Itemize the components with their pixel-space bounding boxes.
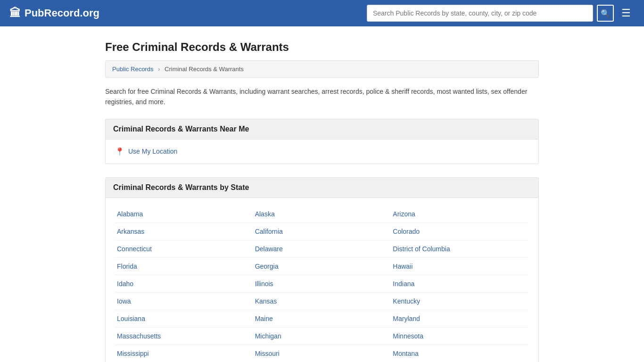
logo[interactable]: 🏛 PubRecord.org (9, 7, 99, 20)
state-link[interactable]: Georgia (253, 258, 391, 275)
near-me-section: Criminal Records & Warrants Near Me 📍 Us… (105, 119, 539, 164)
state-link[interactable]: Maryland (391, 310, 529, 328)
state-link[interactable]: California (253, 223, 391, 240)
state-link[interactable]: Iowa (115, 293, 253, 310)
state-link[interactable]: Maine (253, 310, 391, 328)
state-link[interactable]: Colorado (391, 223, 529, 240)
location-icon: 📍 (115, 147, 124, 156)
state-link[interactable]: Massachusetts (115, 328, 253, 345)
state-link[interactable]: Florida (115, 258, 253, 275)
state-link[interactable]: Indiana (391, 275, 529, 293)
search-icon: 🔍 (601, 9, 610, 18)
state-link[interactable]: Mississippi (115, 345, 253, 362)
near-me-body: 📍 Use My Location (105, 140, 539, 164)
search-input[interactable] (367, 5, 593, 22)
breadcrumb-parent[interactable]: Public Records (112, 66, 153, 73)
page-description: Search for free Criminal Records & Warra… (105, 86, 539, 107)
logo-text: PubRecord.org (25, 7, 99, 19)
search-area: 🔍 ☰ (367, 5, 635, 22)
state-link[interactable]: Kentucky (391, 293, 529, 310)
states-grid: AlabamaAlaskaArizonaArkansasCaliforniaCo… (115, 206, 529, 362)
search-button[interactable]: 🔍 (597, 5, 614, 22)
use-location-label: Use My Location (128, 148, 177, 155)
main-content: Free Criminal Records & Warrants Public … (96, 41, 548, 362)
state-link[interactable]: Illinois (253, 275, 391, 293)
state-link[interactable]: Missouri (253, 345, 391, 362)
breadcrumb-separator: › (158, 66, 160, 73)
state-link[interactable]: Arkansas (115, 223, 253, 240)
state-link[interactable]: District of Columbia (391, 240, 529, 258)
header: 🏛 PubRecord.org 🔍 ☰ (0, 0, 644, 26)
breadcrumb: Public Records › Criminal Records & Warr… (105, 60, 539, 78)
state-link[interactable]: Delaware (253, 240, 391, 258)
state-link[interactable]: Minnesota (391, 328, 529, 345)
menu-button[interactable]: ☰ (618, 6, 635, 20)
state-link[interactable]: Hawaii (391, 258, 529, 275)
page-title: Free Criminal Records & Warrants (105, 41, 539, 54)
state-link[interactable]: Arizona (391, 206, 529, 223)
state-link[interactable]: Louisiana (115, 310, 253, 328)
breadcrumb-current: Criminal Records & Warrants (165, 66, 244, 73)
logo-icon: 🏛 (9, 7, 21, 20)
near-me-header: Criminal Records & Warrants Near Me (105, 119, 539, 140)
state-link[interactable]: Alabama (115, 206, 253, 223)
hamburger-icon: ☰ (621, 7, 631, 19)
use-location-button[interactable]: 📍 Use My Location (115, 147, 177, 156)
state-link[interactable]: Kansas (253, 293, 391, 310)
by-state-header: Criminal Records & Warrants by State (105, 177, 539, 198)
state-link[interactable]: Montana (391, 345, 529, 362)
state-link[interactable]: Alaska (253, 206, 391, 223)
state-link[interactable]: Idaho (115, 275, 253, 293)
by-state-section: Criminal Records & Warrants by State Ala… (105, 177, 539, 362)
states-body: AlabamaAlaskaArizonaArkansasCaliforniaCo… (105, 198, 539, 362)
state-link[interactable]: Connecticut (115, 240, 253, 258)
state-link[interactable]: Michigan (253, 328, 391, 345)
